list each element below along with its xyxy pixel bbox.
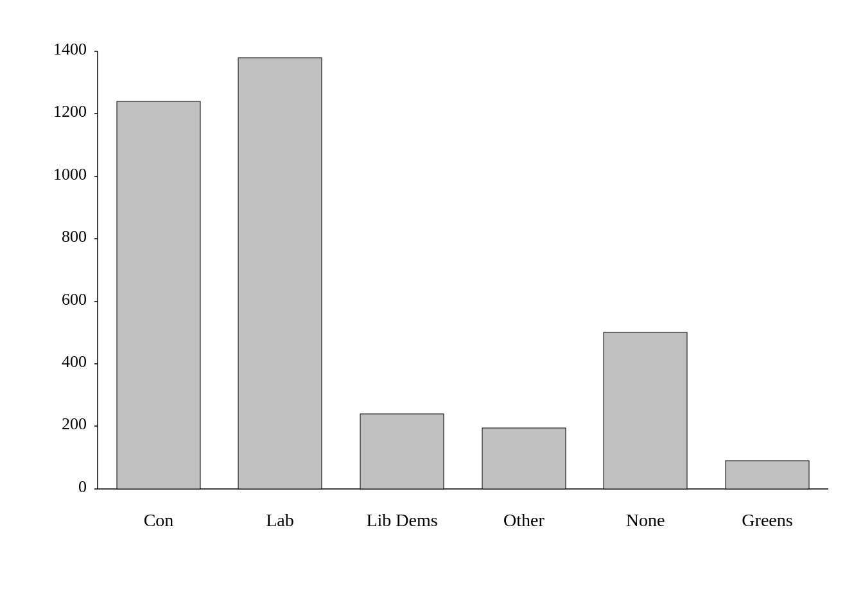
y-label-400: 400 — [62, 352, 87, 371]
bar-chart: // We'll use inline JS to render from da… — [0, 0, 863, 616]
bar-libdems — [360, 414, 444, 489]
bar-other — [482, 428, 566, 489]
y-label-200: 200 — [62, 415, 87, 433]
y-label-600: 600 — [62, 290, 87, 309]
y-label-0: 0 — [78, 477, 87, 496]
x-label-other: Other — [503, 510, 545, 530]
bar-greens — [726, 461, 809, 489]
x-label-none: None — [626, 510, 665, 530]
x-label-libdems: Lib Dems — [366, 510, 437, 530]
bar-none — [604, 332, 687, 489]
x-label-lab: Lab — [266, 510, 294, 530]
bar-con — [117, 101, 200, 489]
chart-container: // We'll use inline JS to render from da… — [0, 0, 863, 616]
y-label-1400: 1400 — [53, 40, 87, 58]
y-label-1200: 1200 — [53, 102, 87, 121]
x-label-greens: Greens — [742, 510, 792, 530]
bar-lab — [238, 58, 322, 489]
y-label-800: 800 — [62, 227, 87, 246]
y-label-1000: 1000 — [53, 165, 87, 184]
x-label-con: Con — [144, 510, 174, 530]
